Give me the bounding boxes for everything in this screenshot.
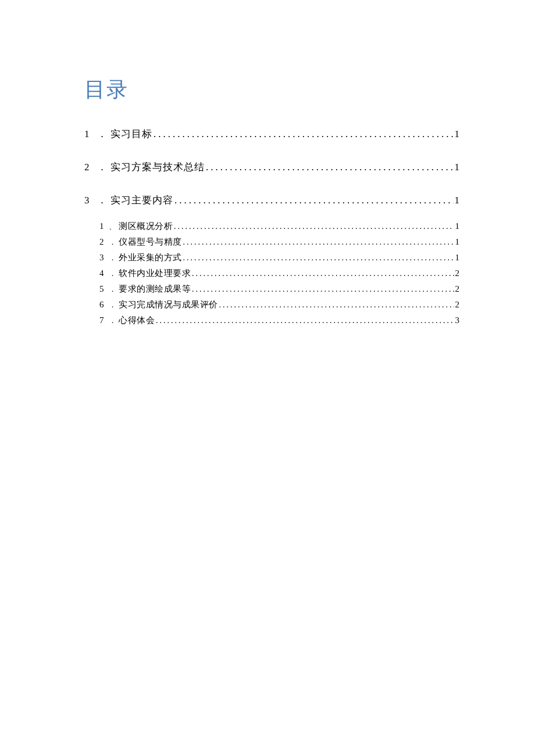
toc-item-dots: ........................................…	[174, 222, 454, 231]
toc-item-page: 3	[455, 316, 460, 325]
toc-item-page: 2	[455, 284, 460, 294]
toc-item-separator: ．	[109, 268, 116, 279]
toc-item-separator: ．	[97, 127, 107, 141]
toc-item-page: 1	[455, 162, 460, 173]
toc-heading: 目录	[84, 76, 459, 104]
toc-item-number: 4	[99, 268, 108, 278]
toc-item-separator: ．	[97, 160, 107, 174]
toc-item-title: 软件内业处理要求	[119, 268, 191, 279]
toc-item-dots: ........................................…	[183, 253, 454, 263]
toc-item-level1: 1 ． 实习目标 ...............................…	[84, 127, 459, 141]
toc-item-dots: ........................................…	[206, 162, 454, 173]
toc-item-dots: ........................................…	[174, 195, 454, 206]
toc-item-title: 外业采集的方式	[119, 252, 182, 263]
toc-item-number: 6	[99, 300, 108, 310]
toc-item-page: 1	[455, 253, 460, 263]
toc-item-level2: 1 、 测区概况分析 .............................…	[99, 221, 459, 232]
toc-item-title: 实习目标	[110, 127, 152, 141]
toc-item-title: 实习完成情况与成果评价	[119, 299, 218, 310]
toc-item-separator: ．	[97, 194, 107, 207]
toc-item-title: 实习主要内容	[110, 194, 173, 207]
toc-item-level1: 2 ． 实习方案与技术总结 ..........................…	[84, 160, 459, 174]
toc-item-number: 3	[84, 195, 95, 206]
toc-item-dots: ........................................…	[154, 128, 454, 140]
toc-item-dots: ........................................…	[156, 316, 454, 325]
toc-item-separator: ．	[109, 253, 116, 263]
toc-item-page: 1	[455, 237, 460, 247]
toc-item-title: 仪器型号与精度	[119, 237, 182, 248]
toc-item-dots: ........................................…	[192, 269, 454, 278]
toc-item-page: 2	[455, 268, 460, 278]
toc-item-title: 测区概况分析	[119, 221, 173, 232]
toc-item-number: 1	[99, 221, 108, 231]
toc-item-separator: 、	[109, 221, 116, 232]
toc-item-number: 7	[99, 316, 108, 325]
toc-item-number: 2	[84, 162, 95, 173]
toc-item-title: 心得体会	[119, 315, 155, 326]
toc-level2-container: 1 、 测区概况分析 .............................…	[99, 221, 459, 326]
toc-item-level2: 2 ． 仪器型号与精度 ............................…	[99, 237, 459, 248]
toc-item-number: 3	[99, 253, 108, 263]
toc-item-level2: 7 ． 心得体会 ...............................…	[99, 315, 459, 326]
toc-item-dots: ........................................…	[183, 238, 454, 247]
toc-item-level2: 6 ． 实习完成情况与成果评价 ........................…	[99, 299, 459, 310]
toc-item-number: 1	[84, 128, 95, 140]
toc-item-separator: ．	[109, 284, 116, 295]
toc-item-dots: ........................................…	[219, 300, 454, 310]
toc-item-separator: ．	[109, 237, 116, 248]
toc-item-page: 2	[455, 300, 460, 310]
toc-item-title: 实习方案与技术总结	[110, 160, 205, 174]
toc-item-separator: ．	[109, 316, 116, 326]
toc-item-separator: ．	[109, 300, 116, 310]
toc-item-page: 1	[455, 128, 460, 140]
toc-item-page: 1	[455, 221, 460, 231]
toc-item-number: 5	[99, 284, 108, 294]
toc-item-level1: 3 ． 实习主要内容 .............................…	[84, 194, 459, 207]
toc-item-title: 要求的测绘成果等	[119, 284, 191, 295]
toc-item-number: 2	[99, 237, 108, 247]
toc-item-level2: 3 ． 外业采集的方式 ............................…	[99, 252, 459, 263]
toc-item-level2: 4 ． 软件内业处理要求 ...........................…	[99, 268, 459, 279]
toc-item-level2: 5 ． 要求的测绘成果等 ...........................…	[99, 284, 459, 295]
toc-item-dots: ........................................…	[192, 285, 454, 294]
toc-item-page: 1	[455, 195, 460, 206]
